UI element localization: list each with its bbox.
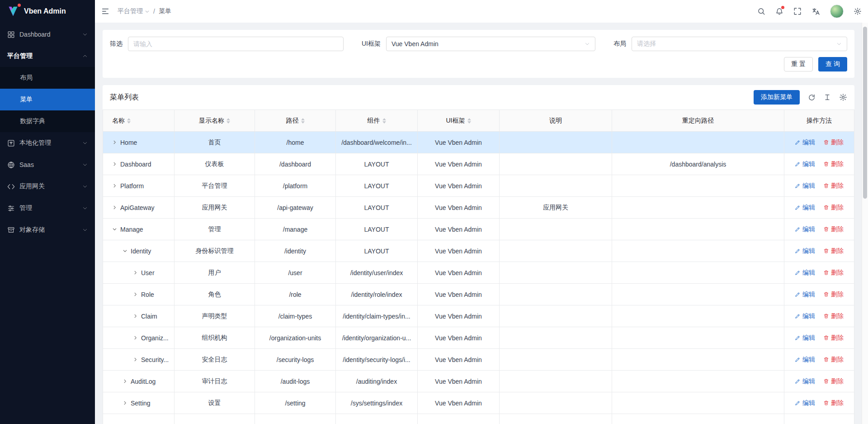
table-row[interactable]: Dashboard 仪表板 /dashboard LAYOUT Vue Vben… xyxy=(103,153,854,175)
settings-gear-icon[interactable] xyxy=(854,7,862,15)
top-header: 平台管理 / 菜单 xyxy=(95,0,868,23)
expand-row-icon[interactable] xyxy=(133,357,138,362)
expand-row-icon[interactable] xyxy=(112,162,117,167)
expand-row-icon[interactable] xyxy=(112,140,117,145)
edit-button[interactable]: 编辑 xyxy=(795,247,815,255)
delete-button[interactable]: 删除 xyxy=(823,138,844,147)
column-header-1[interactable]: 名称 xyxy=(103,110,175,132)
keyword-input[interactable] xyxy=(128,37,344,51)
column-header-2[interactable]: 显示名称 xyxy=(175,110,255,132)
table-row[interactable]: Identity 身份标识管理 /identity LAYOUT Vue Vbe… xyxy=(103,240,854,262)
sidebar-item-localization[interactable]: 本地化管理 xyxy=(0,132,95,154)
edit-button[interactable]: 编辑 xyxy=(795,312,815,320)
sidebar-fold-icon[interactable] xyxy=(101,7,109,15)
framework-select[interactable]: Vue Vben Admin xyxy=(386,37,595,51)
delete-button[interactable]: 删除 xyxy=(823,377,844,386)
sidebar-item-layout[interactable]: 布局 xyxy=(0,67,95,89)
table-row[interactable]: AuditLog 审计日志 /audit-logs /auditing/inde… xyxy=(103,371,854,392)
row-component: /auditing/index xyxy=(336,371,418,392)
edit-button[interactable]: 编辑 xyxy=(795,291,815,299)
delete-button[interactable]: 删除 xyxy=(823,247,844,255)
table-row[interactable]: Role 角色 /role /identity/role/index Vue V… xyxy=(103,284,854,305)
table-row[interactable]: Manage 管理 /manage LAYOUT Vue Vben Admin … xyxy=(103,219,854,240)
row-height-icon[interactable] xyxy=(824,94,831,101)
table-row[interactable]: Home 首页 /home /dashboard/welcome/in... V… xyxy=(103,132,854,153)
table-row[interactable]: Setting 设置 /setting /sys/settings/index … xyxy=(103,392,854,414)
expand-row-icon[interactable] xyxy=(123,400,127,405)
delete-button[interactable]: 删除 xyxy=(823,399,844,407)
notification-dot xyxy=(781,6,784,9)
expand-row-icon[interactable] xyxy=(133,270,138,275)
row-component: LAYOUT xyxy=(336,153,418,175)
column-header-3[interactable]: 路径 xyxy=(255,110,336,132)
delete-button[interactable]: 删除 xyxy=(823,312,844,320)
page-scrollbar[interactable] xyxy=(862,23,868,424)
expand-row-icon[interactable] xyxy=(112,183,117,188)
expand-row-icon[interactable] xyxy=(123,248,127,253)
edit-button[interactable]: 编辑 xyxy=(795,399,815,407)
sidebar-item-dashboard[interactable]: Dashboard xyxy=(0,24,95,45)
edit-button[interactable]: 编辑 xyxy=(795,204,815,212)
logo[interactable]: Vben Admin xyxy=(0,0,95,23)
breadcrumb-item-platform[interactable]: 平台管理 xyxy=(118,7,150,15)
edit-button[interactable]: 编辑 xyxy=(795,269,815,277)
table-row[interactable]: ApiGateway 应用网关 /api-gateway LAYOUT Vue … xyxy=(103,197,854,219)
expand-row-icon[interactable] xyxy=(133,292,138,297)
edit-button[interactable]: 编辑 xyxy=(795,334,815,342)
column-header-8: 操作方法 xyxy=(784,110,854,132)
sidebar-item-api-gateway[interactable]: 应用网关 xyxy=(0,176,95,197)
expand-row-icon[interactable] xyxy=(133,314,138,319)
row-framework: Vue Vben Admin xyxy=(418,371,500,392)
delete-button[interactable]: 删除 xyxy=(823,291,844,299)
row-display-name: 应用网关 xyxy=(175,197,255,219)
refresh-icon[interactable] xyxy=(808,94,816,101)
expand-row-icon[interactable] xyxy=(123,379,127,384)
reset-button[interactable]: 重 置 xyxy=(784,57,813,71)
delete-button[interactable]: 删除 xyxy=(823,269,844,277)
sidebar-item-data-dictionary[interactable]: 数据字典 xyxy=(0,110,95,132)
delete-button[interactable]: 删除 xyxy=(823,334,844,342)
table-row[interactable]: Organiz... 组织机构 /organization-units /ide… xyxy=(103,327,854,349)
table-row[interactable]: Claim 声明类型 /claim-types /identity/claim-… xyxy=(103,305,854,327)
edit-button[interactable]: 编辑 xyxy=(795,225,815,233)
table-row[interactable]: Platform 平台管理 /platform LAYOUT Vue Vben … xyxy=(103,175,854,197)
sidebar-item-manage[interactable]: 管理 xyxy=(0,197,95,219)
table-row[interactable]: Security... 安全日志 /security-logs /identit… xyxy=(103,349,854,371)
delete-button[interactable]: 删除 xyxy=(823,356,844,364)
edit-button[interactable]: 编辑 xyxy=(795,377,815,386)
sidebar-item-menu[interactable]: 菜单 xyxy=(0,89,95,110)
delete-button[interactable]: 删除 xyxy=(823,225,844,233)
row-redirect xyxy=(612,284,784,305)
layout-select[interactable]: 请选择 xyxy=(632,37,847,51)
expand-row-icon[interactable] xyxy=(133,335,138,340)
edit-button[interactable]: 编辑 xyxy=(795,182,815,190)
column-header-5[interactable]: UI框架 xyxy=(418,110,500,132)
edit-button[interactable]: 编辑 xyxy=(795,356,815,364)
row-redirect xyxy=(612,305,784,327)
column-header-4[interactable]: 组件 xyxy=(336,110,418,132)
search-icon[interactable] xyxy=(757,7,765,15)
edit-button[interactable]: 编辑 xyxy=(795,160,815,168)
sidebar-item-object-storage[interactable]: 对象存储 xyxy=(0,219,95,241)
row-framework: Vue Vben Admin xyxy=(418,197,500,219)
fullscreen-icon[interactable] xyxy=(793,7,802,15)
user-avatar[interactable] xyxy=(830,5,844,18)
row-path: /manage xyxy=(255,219,336,240)
search-button[interactable]: 查 询 xyxy=(818,57,847,71)
table-settings-gear-icon[interactable] xyxy=(839,93,847,101)
delete-button[interactable]: 删除 xyxy=(823,160,844,168)
table-row[interactable]: User 用户 /user /identity/user/index Vue V… xyxy=(103,262,854,284)
delete-button[interactable]: 删除 xyxy=(823,182,844,190)
table-header-row: 名称显示名称路径组件UI框架说明重定向路径操作方法 xyxy=(103,110,854,132)
translate-icon[interactable] xyxy=(811,7,820,16)
add-menu-button[interactable]: 添加新菜单 xyxy=(754,90,800,105)
notification-bell-icon[interactable] xyxy=(775,7,783,15)
sidebar-group-platform[interactable]: 平台管理 xyxy=(0,45,95,67)
delete-button[interactable]: 删除 xyxy=(823,204,844,212)
expand-row-icon[interactable] xyxy=(112,205,117,210)
edit-button[interactable]: 编辑 xyxy=(795,138,815,147)
row-description xyxy=(500,371,612,392)
sidebar-item-saas[interactable]: Saas xyxy=(0,154,95,176)
scrollbar-thumb[interactable] xyxy=(863,27,867,199)
expand-row-icon[interactable] xyxy=(112,227,117,232)
